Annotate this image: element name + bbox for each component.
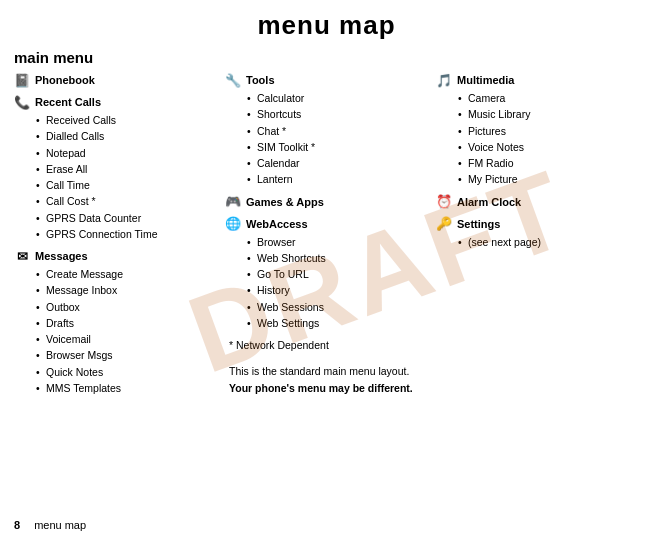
list-item: Notepad bbox=[36, 145, 217, 161]
list-item: Lantern bbox=[247, 171, 428, 187]
group-games-apps: 🎮 Games & Apps bbox=[225, 194, 428, 210]
group-tools-header: 🔧 Tools bbox=[225, 72, 428, 88]
webaccess-list: Browser Web Shortcuts Go To URL History … bbox=[247, 234, 428, 332]
list-item: GPRS Data Counter bbox=[36, 210, 217, 226]
list-item: Camera bbox=[458, 90, 639, 106]
group-tools-label: Tools bbox=[246, 74, 275, 86]
group-messages-label: Messages bbox=[35, 250, 88, 262]
list-item: Quick Notes bbox=[36, 364, 217, 380]
list-item: Voice Notes bbox=[458, 139, 639, 155]
group-recent-calls-label: Recent Calls bbox=[35, 96, 101, 108]
group-recent-calls-header: 📞 Recent Calls bbox=[14, 94, 217, 110]
list-item: Call Time bbox=[36, 177, 217, 193]
section-label: main menu bbox=[0, 45, 653, 70]
list-item: Calculator bbox=[247, 90, 428, 106]
group-phonebook-header: 📓 Phonebook bbox=[14, 72, 217, 88]
standard-note-bold: Your phone's menu may be different. bbox=[229, 382, 413, 394]
list-item: MMS Templates bbox=[36, 380, 217, 396]
list-item: History bbox=[247, 282, 428, 298]
messages-icon: ✉ bbox=[14, 248, 30, 264]
list-item: Music Library bbox=[458, 106, 639, 122]
group-alarm-clock: ⏰ Alarm Clock bbox=[436, 194, 639, 210]
list-item: Drafts bbox=[36, 315, 217, 331]
multimedia-list: Camera Music Library Pictures Voice Note… bbox=[458, 90, 639, 188]
group-alarm-clock-label: Alarm Clock bbox=[457, 196, 521, 208]
list-item: SIM Toolkit * bbox=[247, 139, 428, 155]
list-item: Call Cost * bbox=[36, 193, 217, 209]
messages-list: Create Message Message Inbox Outbox Draf… bbox=[36, 266, 217, 396]
list-item: Message Inbox bbox=[36, 282, 217, 298]
list-item: FM Radio bbox=[458, 155, 639, 171]
tools-icon: 🔧 bbox=[225, 72, 241, 88]
list-item: Browser bbox=[247, 234, 428, 250]
list-item: Go To URL bbox=[247, 266, 428, 282]
group-webaccess-header: 🌐 WebAccess bbox=[225, 216, 428, 232]
group-alarm-clock-header: ⏰ Alarm Clock bbox=[436, 194, 639, 210]
group-phonebook-label: Phonebook bbox=[35, 74, 95, 86]
list-item: Outbox bbox=[36, 299, 217, 315]
alarm-clock-icon: ⏰ bbox=[436, 194, 452, 210]
list-item: Voicemail bbox=[36, 331, 217, 347]
group-webaccess: 🌐 WebAccess Browser Web Shortcuts Go To … bbox=[225, 216, 428, 332]
page-title: menu map bbox=[0, 0, 653, 45]
webaccess-icon: 🌐 bbox=[225, 216, 241, 232]
group-settings-label: Settings bbox=[457, 218, 500, 230]
games-apps-icon: 🎮 bbox=[225, 194, 241, 210]
list-item: (see next page) bbox=[458, 234, 639, 250]
settings-list: (see next page) bbox=[458, 234, 639, 250]
list-item: Erase All bbox=[36, 161, 217, 177]
page-number: 8 bbox=[14, 519, 20, 531]
phonebook-icon: 📓 bbox=[14, 72, 30, 88]
group-games-apps-header: 🎮 Games & Apps bbox=[225, 194, 428, 210]
right-column: 🎵 Multimedia Camera Music Library Pictur… bbox=[432, 72, 643, 402]
list-item: Web Shortcuts bbox=[247, 250, 428, 266]
list-item: Calendar bbox=[247, 155, 428, 171]
middle-column: 🔧 Tools Calculator Shortcuts Chat * SIM … bbox=[221, 72, 432, 402]
network-dependent-note: * Network Dependent bbox=[229, 339, 428, 351]
footer: 8 menu map bbox=[0, 519, 653, 531]
content-area: 📓 Phonebook 📞 Recent Calls Received Call… bbox=[0, 72, 653, 402]
group-settings-header: 🔑 Settings bbox=[436, 216, 639, 232]
group-tools: 🔧 Tools Calculator Shortcuts Chat * SIM … bbox=[225, 72, 428, 188]
group-messages-header: ✉ Messages bbox=[14, 248, 217, 264]
list-item: Dialled Calls bbox=[36, 128, 217, 144]
multimedia-icon: 🎵 bbox=[436, 72, 452, 88]
group-phonebook: 📓 Phonebook bbox=[14, 72, 217, 88]
group-settings: 🔑 Settings (see next page) bbox=[436, 216, 639, 250]
group-multimedia-label: Multimedia bbox=[457, 74, 514, 86]
group-messages: ✉ Messages Create Message Message Inbox … bbox=[14, 248, 217, 396]
left-column: 📓 Phonebook 📞 Recent Calls Received Call… bbox=[10, 72, 221, 402]
list-item: Web Sessions bbox=[247, 299, 428, 315]
list-item: Shortcuts bbox=[247, 106, 428, 122]
standard-note: This is the standard main menu layout. Y… bbox=[229, 363, 428, 397]
group-multimedia: 🎵 Multimedia Camera Music Library Pictur… bbox=[436, 72, 639, 188]
standard-note-text: This is the standard main menu layout. bbox=[229, 365, 409, 377]
settings-icon: 🔑 bbox=[436, 216, 452, 232]
list-item: My Picture bbox=[458, 171, 639, 187]
list-item: Pictures bbox=[458, 123, 639, 139]
list-item: Create Message bbox=[36, 266, 217, 282]
group-webaccess-label: WebAccess bbox=[246, 218, 308, 230]
list-item: Chat * bbox=[247, 123, 428, 139]
group-multimedia-header: 🎵 Multimedia bbox=[436, 72, 639, 88]
group-games-apps-label: Games & Apps bbox=[246, 196, 324, 208]
list-item: Received Calls bbox=[36, 112, 217, 128]
recent-calls-list: Received Calls Dialled Calls Notepad Era… bbox=[36, 112, 217, 242]
footer-label: menu map bbox=[34, 519, 86, 531]
tools-list: Calculator Shortcuts Chat * SIM Toolkit … bbox=[247, 90, 428, 188]
list-item: GPRS Connection Time bbox=[36, 226, 217, 242]
group-recent-calls: 📞 Recent Calls Received Calls Dialled Ca… bbox=[14, 94, 217, 242]
list-item: Web Settings bbox=[247, 315, 428, 331]
list-item: Browser Msgs bbox=[36, 347, 217, 363]
recent-calls-icon: 📞 bbox=[14, 94, 30, 110]
